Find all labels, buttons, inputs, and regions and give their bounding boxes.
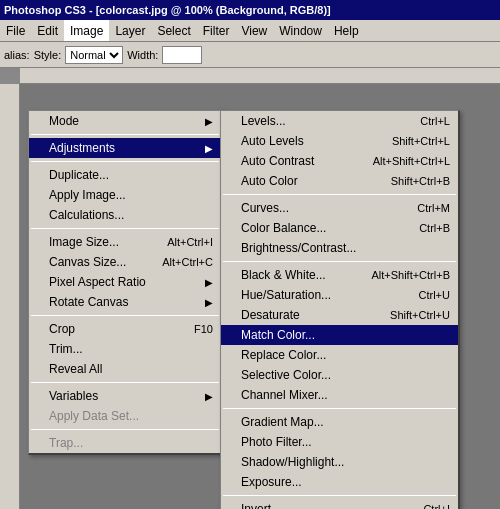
separator-1 — [31, 134, 219, 135]
menu-layer[interactable]: Layer — [109, 20, 151, 41]
adjustments-submenu: Levels... Ctrl+L Auto Levels Shift+Ctrl+… — [220, 110, 460, 509]
alias-label: alias: — [4, 49, 30, 61]
menu-filter[interactable]: Filter — [197, 20, 236, 41]
menu-window[interactable]: Window — [273, 20, 328, 41]
menu-file[interactable]: File — [0, 20, 31, 41]
canvas-size-shortcut: Alt+Ctrl+C — [162, 256, 213, 268]
crop-shortcut: F10 — [194, 323, 213, 335]
invert-shortcut: Ctrl+I — [423, 503, 450, 509]
menu-item-crop-label: Crop — [49, 322, 75, 336]
menu-item-selective-color-label: Selective Color... — [241, 368, 331, 382]
toolbar: alias: Style: Normal Width: — [0, 42, 500, 68]
menu-item-replace-color[interactable]: Replace Color... — [221, 345, 458, 365]
menu-item-crop[interactable]: Crop F10 — [29, 319, 221, 339]
menu-item-auto-color-label: Auto Color — [241, 174, 298, 188]
color-balance-shortcut: Ctrl+B — [419, 222, 450, 234]
menu-item-shadow-highlight[interactable]: Shadow/Highlight... — [221, 452, 458, 472]
menu-item-desaturate-label: Desaturate — [241, 308, 300, 322]
menu-item-trap-label: Trap... — [49, 436, 83, 450]
menu-item-auto-contrast-label: Auto Contrast — [241, 154, 314, 168]
menu-item-image-size[interactable]: Image Size... Alt+Ctrl+I — [29, 232, 221, 252]
menu-item-desaturate[interactable]: Desaturate Shift+Ctrl+U — [221, 305, 458, 325]
menu-item-invert-label: Invert — [241, 502, 271, 509]
adj-separator-4 — [223, 495, 456, 496]
menu-item-canvas-size-label: Canvas Size... — [49, 255, 126, 269]
style-select[interactable]: Normal — [65, 46, 123, 64]
menu-item-match-color-label: Match Color... — [241, 328, 315, 342]
image-menu-dropdown: Mode ▶ Adjustments ▶ Duplicate... Apply … — [28, 110, 223, 455]
separator-4 — [31, 315, 219, 316]
title-text: Photoshop CS3 - [colorcast.jpg @ 100% (B… — [4, 4, 331, 16]
adj-separator-3 — [223, 408, 456, 409]
menu-item-adjustments[interactable]: Adjustments ▶ — [29, 138, 221, 158]
menu-view[interactable]: View — [235, 20, 273, 41]
auto-levels-shortcut: Shift+Ctrl+L — [392, 135, 450, 147]
menu-item-apply-data-set[interactable]: Apply Data Set... — [29, 406, 221, 426]
menu-item-trim[interactable]: Trim... — [29, 339, 221, 359]
menu-help[interactable]: Help — [328, 20, 365, 41]
menu-item-invert[interactable]: Invert Ctrl+I — [221, 499, 458, 509]
pixel-aspect-arrow-icon: ▶ — [205, 277, 213, 288]
hue-saturation-shortcut: Ctrl+U — [419, 289, 450, 301]
menu-item-hue-saturation-label: Hue/Saturation... — [241, 288, 331, 302]
menu-item-trap[interactable]: Trap... — [29, 433, 221, 453]
menu-item-replace-color-label: Replace Color... — [241, 348, 326, 362]
menu-item-rotate-canvas-label: Rotate Canvas — [49, 295, 128, 309]
menu-item-match-color[interactable]: Match Color... — [221, 325, 458, 345]
menu-item-reveal-all[interactable]: Reveal All — [29, 359, 221, 379]
menu-item-exposure[interactable]: Exposure... — [221, 472, 458, 492]
desaturate-shortcut: Shift+Ctrl+U — [390, 309, 450, 321]
menu-item-brightness-contrast-label: Brightness/Contrast... — [241, 241, 356, 255]
menu-item-variables[interactable]: Variables ▶ — [29, 386, 221, 406]
menu-edit[interactable]: Edit — [31, 20, 64, 41]
curves-shortcut: Ctrl+M — [417, 202, 450, 214]
menu-item-auto-contrast[interactable]: Auto Contrast Alt+Shift+Ctrl+L — [221, 151, 458, 171]
menu-item-curves-label: Curves... — [241, 201, 289, 215]
menu-item-gradient-map[interactable]: Gradient Map... — [221, 412, 458, 432]
mode-arrow-icon: ▶ — [205, 116, 213, 127]
menu-item-hue-saturation[interactable]: Hue/Saturation... Ctrl+U — [221, 285, 458, 305]
menu-item-auto-levels-label: Auto Levels — [241, 134, 304, 148]
menu-item-channel-mixer[interactable]: Channel Mixer... — [221, 385, 458, 405]
menu-item-apply-image[interactable]: Apply Image... — [29, 185, 221, 205]
menu-image[interactable]: Image — [64, 20, 109, 41]
menu-item-channel-mixer-label: Channel Mixer... — [241, 388, 328, 402]
separator-5 — [31, 382, 219, 383]
menu-item-color-balance-label: Color Balance... — [241, 221, 326, 235]
menu-item-curves[interactable]: Curves... Ctrl+M — [221, 198, 458, 218]
menu-item-black-white-label: Black & White... — [241, 268, 326, 282]
menu-item-black-white[interactable]: Black & White... Alt+Shift+Ctrl+B — [221, 265, 458, 285]
menu-item-variables-label: Variables — [49, 389, 98, 403]
adjustments-arrow-icon: ▶ — [205, 143, 213, 154]
menu-item-auto-color[interactable]: Auto Color Shift+Ctrl+B — [221, 171, 458, 191]
menu-item-pixel-aspect[interactable]: Pixel Aspect Ratio ▶ — [29, 272, 221, 292]
menu-item-color-balance[interactable]: Color Balance... Ctrl+B — [221, 218, 458, 238]
style-label: Style: — [34, 49, 62, 61]
menu-select[interactable]: Select — [151, 20, 196, 41]
menu-item-image-size-label: Image Size... — [49, 235, 119, 249]
menu-item-selective-color[interactable]: Selective Color... — [221, 365, 458, 385]
menu-item-rotate-canvas[interactable]: Rotate Canvas ▶ — [29, 292, 221, 312]
separator-2 — [31, 161, 219, 162]
rotate-canvas-arrow-icon: ▶ — [205, 297, 213, 308]
menu-item-canvas-size[interactable]: Canvas Size... Alt+Ctrl+C — [29, 252, 221, 272]
levels-shortcut: Ctrl+L — [420, 115, 450, 127]
adj-separator-1 — [223, 194, 456, 195]
menu-item-shadow-highlight-label: Shadow/Highlight... — [241, 455, 344, 469]
menu-item-auto-levels[interactable]: Auto Levels Shift+Ctrl+L — [221, 131, 458, 151]
menu-item-brightness-contrast[interactable]: Brightness/Contrast... — [221, 238, 458, 258]
menu-item-duplicate[interactable]: Duplicate... — [29, 165, 221, 185]
width-input[interactable] — [162, 46, 202, 64]
title-bar: Photoshop CS3 - [colorcast.jpg @ 100% (B… — [0, 0, 500, 20]
auto-contrast-shortcut: Alt+Shift+Ctrl+L — [373, 155, 450, 167]
separator-3 — [31, 228, 219, 229]
variables-arrow-icon: ▶ — [205, 391, 213, 402]
menu-item-levels[interactable]: Levels... Ctrl+L — [221, 111, 458, 131]
menu-item-gradient-map-label: Gradient Map... — [241, 415, 324, 429]
black-white-shortcut: Alt+Shift+Ctrl+B — [371, 269, 450, 281]
menu-item-mode-label: Mode — [49, 114, 79, 128]
menu-item-calculations[interactable]: Calculations... — [29, 205, 221, 225]
menu-item-mode[interactable]: Mode ▶ — [29, 111, 221, 131]
menu-item-pixel-aspect-label: Pixel Aspect Ratio — [49, 275, 146, 289]
menu-item-photo-filter[interactable]: Photo Filter... — [221, 432, 458, 452]
